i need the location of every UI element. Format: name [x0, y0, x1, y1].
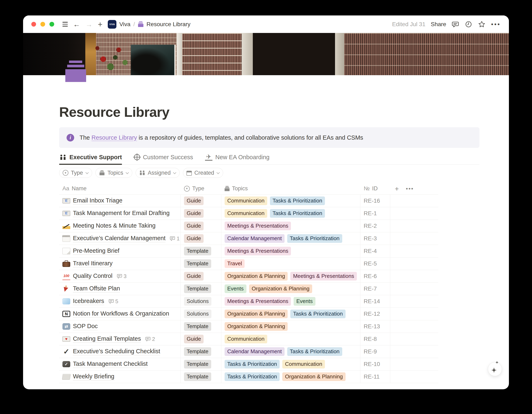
comments-icon[interactable]: [451, 20, 459, 28]
topic-tag[interactable]: Organization & Planning: [225, 272, 288, 281]
filter-topics[interactable]: Topics: [95, 168, 133, 178]
topic-tag[interactable]: Calendar Management: [225, 234, 285, 243]
back-icon[interactable]: ←: [73, 21, 80, 28]
row-title-link[interactable]: Executive’s Calendar Management: [73, 235, 165, 242]
comment-count[interactable]: 5: [109, 298, 118, 305]
column-header-name[interactable]: Aa Name: [59, 185, 181, 192]
type-tag[interactable]: Template: [184, 360, 211, 368]
table-row[interactable]: Task Management for Email Drafting Guide…: [59, 207, 438, 220]
type-tag[interactable]: Template: [184, 347, 211, 356]
topic-tag[interactable]: Communication: [225, 209, 267, 218]
comment-count[interactable]: 1: [170, 235, 180, 242]
sidebar-toggle-icon[interactable]: [62, 22, 68, 27]
row-name-cell[interactable]: Creating Email Templates 2: [59, 333, 181, 345]
row-title-link[interactable]: Travel Itinerary: [73, 260, 113, 267]
row-title-link[interactable]: Creating Email Templates: [73, 335, 141, 343]
topic-tag[interactable]: Organization & Planning: [225, 322, 288, 331]
row-title-link[interactable]: Quality Control: [73, 273, 113, 280]
new-page-icon[interactable]: +: [98, 20, 102, 28]
tab-executive-support[interactable]: Executive Support: [59, 154, 122, 164]
table-row[interactable]: Quality Control 3 Guide Organization & P…: [59, 270, 438, 282]
table-row[interactable]: Weekly Briefing Template Tasks & Priorit…: [59, 371, 438, 383]
type-tag[interactable]: Solutions: [184, 310, 211, 318]
table-row[interactable]: Notion for Workflows & Organization Solu…: [59, 308, 438, 320]
workspace-logo[interactable]: VIVA: [108, 20, 116, 29]
table-row[interactable]: Pre-Meeting Brief Template Meetings & Pr…: [59, 245, 438, 257]
table-row[interactable]: Executive’s Calendar Management 1 Guide …: [59, 232, 438, 245]
topic-tag[interactable]: Meetings & Presentations: [225, 297, 291, 306]
type-tag[interactable]: Guide: [184, 234, 204, 243]
row-name-cell[interactable]: Meeting Notes & Minute Taking: [59, 220, 181, 232]
row-title-link[interactable]: Email Inbox Triage: [73, 197, 122, 205]
row-name-cell[interactable]: Quality Control 3: [59, 270, 181, 282]
table-row[interactable]: Creating Email Templates 2 Guide Communi…: [59, 333, 438, 345]
type-tag[interactable]: Template: [184, 284, 211, 293]
filter-created[interactable]: Created: [183, 168, 223, 178]
topic-tag[interactable]: Meetings & Presentations: [290, 272, 357, 281]
topic-tag[interactable]: Organization & Planning: [225, 310, 288, 318]
type-tag[interactable]: Guide: [184, 335, 204, 343]
topic-tag[interactable]: Tasks & Prioritization: [225, 360, 280, 368]
type-tag[interactable]: Guide: [184, 222, 204, 230]
type-tag[interactable]: Guide: [184, 197, 204, 205]
row-name-cell[interactable]: Weekly Briefing: [59, 371, 181, 383]
topic-tag[interactable]: Organization & Planning: [249, 284, 312, 293]
table-row[interactable]: Executive’s Scheduling Checklist Templat…: [59, 345, 438, 358]
type-tag[interactable]: Template: [184, 322, 211, 331]
minimize-window-button[interactable]: [40, 22, 45, 27]
row-name-cell[interactable]: Task Management for Email Drafting: [59, 207, 181, 220]
add-column-icon[interactable]: +: [395, 185, 399, 192]
favorite-star-icon[interactable]: [478, 20, 486, 28]
row-name-cell[interactable]: Task Management Checklist: [59, 358, 181, 370]
type-tag[interactable]: Template: [184, 372, 211, 381]
page-archive-icon[interactable]: [64, 61, 87, 82]
row-name-cell[interactable]: Icebreakers 5: [59, 295, 181, 308]
zoom-window-button[interactable]: [49, 22, 54, 27]
table-row[interactable]: Icebreakers 5 Solutions Meetings & Prese…: [59, 295, 438, 308]
topic-tag[interactable]: Calendar Management: [225, 347, 285, 356]
row-name-cell[interactable]: Notion for Workflows & Organization: [59, 308, 181, 320]
row-name-cell[interactable]: Executive’s Calendar Management 1: [59, 232, 181, 245]
row-title-link[interactable]: Task Management for Email Drafting: [73, 210, 170, 217]
type-tag[interactable]: Guide: [184, 209, 204, 218]
ai-assistant-button[interactable]: [488, 362, 502, 376]
comment-count[interactable]: 2: [145, 336, 155, 342]
comment-count[interactable]: 3: [117, 273, 126, 280]
table-row[interactable]: SOP Doc Template Organization & Planning…: [59, 320, 438, 333]
table-row[interactable]: Email Inbox Triage Guide CommunicationTa…: [59, 195, 438, 207]
table-row[interactable]: Travel Itinerary Template Travel RE-5: [59, 257, 438, 270]
row-title-link[interactable]: Weekly Briefing: [73, 373, 114, 380]
column-header-topics[interactable]: Topics: [221, 185, 360, 192]
topic-tag[interactable]: Tasks & Prioritization: [287, 347, 342, 356]
row-name-cell[interactable]: Team Offsite Plan: [59, 282, 181, 295]
topic-tag[interactable]: Organization & Planning: [282, 372, 345, 381]
column-header-type[interactable]: Type: [181, 185, 221, 192]
row-title-link[interactable]: SOP Doc: [73, 323, 98, 330]
table-row[interactable]: Meeting Notes & Minute Taking Guide Meet…: [59, 220, 438, 232]
breadcrumb-page[interactable]: Resource Library: [146, 21, 190, 28]
topic-tag[interactable]: Communication: [225, 197, 267, 205]
row-name-cell[interactable]: Executive’s Scheduling Checklist: [59, 345, 181, 358]
row-title-link[interactable]: Meeting Notes & Minute Taking: [73, 222, 156, 230]
row-name-cell[interactable]: Pre-Meeting Brief: [59, 245, 181, 257]
filter-type[interactable]: Type: [59, 168, 92, 178]
topic-tag[interactable]: Meetings & Presentations: [225, 247, 291, 255]
topic-tag[interactable]: Tasks & Prioritization: [270, 197, 325, 205]
topic-tag[interactable]: Events: [294, 297, 315, 306]
resource-library-link[interactable]: Resource Library: [92, 134, 137, 141]
topic-tag[interactable]: Tasks & Prioritization: [225, 372, 280, 381]
column-header-id[interactable]: № ID: [360, 185, 390, 192]
topic-tag[interactable]: Meetings & Presentations: [225, 222, 291, 230]
topic-tag[interactable]: Communication: [225, 335, 267, 343]
row-title-link[interactable]: Icebreakers: [73, 298, 104, 305]
row-title-link[interactable]: Executive’s Scheduling Checklist: [73, 348, 160, 355]
breadcrumb-workspace[interactable]: Viva: [119, 21, 130, 28]
history-icon[interactable]: [465, 20, 473, 28]
topic-tag[interactable]: Tasks & Prioritization: [270, 209, 325, 218]
row-title-link[interactable]: Task Management Checklist: [73, 360, 148, 368]
row-title-link[interactable]: Notion for Workflows & Organization: [73, 310, 169, 318]
table-options-icon[interactable]: •••: [406, 185, 414, 192]
row-title-link[interactable]: Pre-Meeting Brief: [73, 247, 120, 255]
topic-tag[interactable]: Tasks & Prioritization: [290, 310, 345, 318]
close-window-button[interactable]: [31, 22, 36, 27]
